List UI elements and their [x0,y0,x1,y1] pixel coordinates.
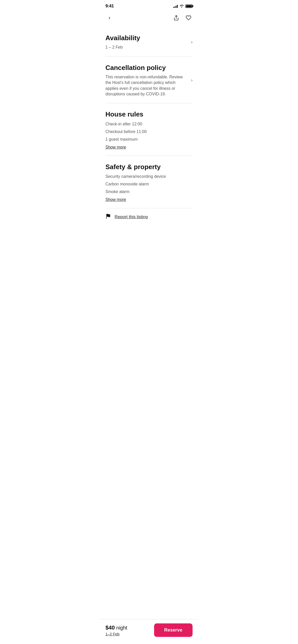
report-listing-link[interactable]: Report this listing [115,214,148,219]
cancellation-chevron: › [191,78,193,83]
safety-title: Safety & property [105,163,193,171]
cancellation-description: This reservation is non-refundable. Revi… [105,74,187,97]
back-button[interactable]: ‹ [104,13,115,23]
cancellation-row[interactable]: Cancellation policy This reservation is … [105,64,193,97]
nav-bar: ‹ [99,11,199,27]
share-button[interactable] [171,13,181,23]
house-rules-section: House rules Check-in after 12:00 Checkou… [99,103,199,155]
battery-icon [185,5,193,8]
report-section: Report this listing [99,208,199,227]
safety-item-1: Security camera/recording device [105,173,193,180]
status-icons [173,4,193,8]
status-bar: 9:41 [99,0,199,11]
nav-actions [171,13,194,23]
availability-dates: 1 – 2 Feb [105,45,187,50]
share-icon [173,15,179,21]
availability-title: Availability [105,34,187,42]
house-rules-title: House rules [105,110,193,118]
availability-chevron: › [191,39,193,45]
house-rule-2: Checkout before 11:00 [105,129,193,135]
cancellation-section: Cancellation policy This reservation is … [99,57,199,103]
availability-row[interactable]: Availability 1 – 2 Feb › [105,34,193,50]
cancellation-title: Cancellation policy [105,64,187,72]
wifi-icon [179,4,184,8]
safety-item-2: Carbon monoxide alarm [105,181,193,187]
heart-icon [186,15,191,21]
signal-icon [173,5,178,8]
house-rule-3: 1 guest maximum [105,136,193,142]
favorite-button[interactable] [183,13,194,23]
availability-section: Availability 1 – 2 Feb › [99,27,199,56]
flag-icon [105,213,111,221]
house-rule-1: Check-in after 12:00 [105,121,193,127]
house-rules-show-more[interactable]: Show more [105,145,126,150]
safety-show-more[interactable]: Show more [105,197,126,202]
safety-section: Safety & property Security camera/record… [99,156,199,208]
safety-item-3: Smoke alarm [105,189,193,195]
status-time: 9:41 [105,4,114,9]
